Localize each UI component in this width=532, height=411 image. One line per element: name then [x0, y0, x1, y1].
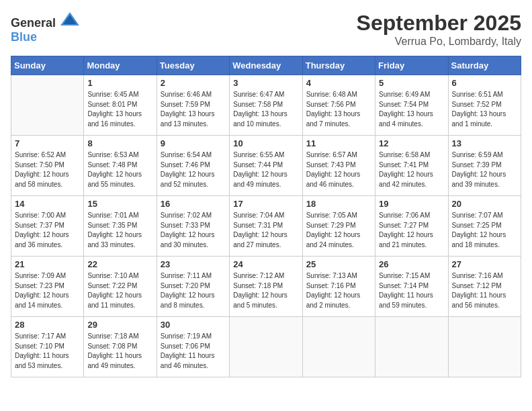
day-cell: 20Sunrise: 7:07 AMSunset: 7:25 PMDayligh…: [448, 196, 521, 257]
day-cell: 14Sunrise: 7:00 AMSunset: 7:37 PMDayligh…: [11, 196, 84, 257]
week-row-1: 1Sunrise: 6:45 AMSunset: 8:01 PMDaylight…: [11, 75, 521, 136]
day-cell: 12Sunrise: 6:58 AMSunset: 7:41 PMDayligh…: [375, 136, 448, 196]
day-cell: 21Sunrise: 7:09 AMSunset: 7:23 PMDayligh…: [11, 257, 84, 317]
day-cell: 29Sunrise: 7:18 AMSunset: 7:08 PMDayligh…: [84, 317, 157, 377]
day-number: 12: [379, 138, 444, 148]
day-info: Sunrise: 6:47 AMSunset: 7:58 PMDaylight:…: [233, 90, 298, 129]
weekday-header-monday: Monday: [84, 56, 157, 75]
day-number: 29: [87, 320, 152, 330]
week-row-2: 7Sunrise: 6:52 AMSunset: 7:50 PMDaylight…: [11, 136, 521, 196]
week-row-3: 14Sunrise: 7:00 AMSunset: 7:37 PMDayligh…: [11, 196, 521, 257]
day-cell: 16Sunrise: 7:02 AMSunset: 7:33 PMDayligh…: [157, 196, 229, 257]
day-info: Sunrise: 6:59 AMSunset: 7:39 PMDaylight:…: [452, 150, 517, 189]
day-info: Sunrise: 7:13 AMSunset: 7:16 PMDaylight:…: [306, 271, 371, 310]
day-info: Sunrise: 6:51 AMSunset: 7:52 PMDaylight:…: [452, 90, 517, 129]
title-block: September 2025 Verrua Po, Lombardy, Ital…: [357, 11, 521, 48]
logo-text: General Blue: [11, 11, 79, 44]
calendar-table: SundayMondayTuesdayWednesdayThursdayFrid…: [11, 56, 521, 377]
day-info: Sunrise: 7:09 AMSunset: 7:23 PMDaylight:…: [15, 271, 80, 310]
day-number: 17: [233, 199, 298, 209]
day-number: 4: [306, 78, 371, 88]
day-number: 2: [161, 78, 226, 88]
day-info: Sunrise: 6:57 AMSunset: 7:43 PMDaylight:…: [306, 150, 371, 189]
day-number: 26: [379, 259, 444, 269]
logo-blue: Blue: [11, 30, 37, 44]
day-cell: 26Sunrise: 7:15 AMSunset: 7:14 PMDayligh…: [375, 257, 448, 317]
day-number: 23: [161, 259, 226, 269]
day-number: 18: [306, 199, 371, 209]
day-cell: [375, 317, 448, 377]
day-cell: 15Sunrise: 7:01 AMSunset: 7:35 PMDayligh…: [84, 196, 157, 257]
weekday-header-sunday: Sunday: [11, 56, 84, 75]
day-cell: 30Sunrise: 7:19 AMSunset: 7:06 PMDayligh…: [157, 317, 229, 377]
day-info: Sunrise: 7:07 AMSunset: 7:25 PMDaylight:…: [452, 211, 517, 250]
week-row-5: 28Sunrise: 7:17 AMSunset: 7:10 PMDayligh…: [11, 317, 521, 377]
day-cell: 9Sunrise: 6:54 AMSunset: 7:46 PMDaylight…: [157, 136, 229, 196]
day-info: Sunrise: 6:46 AMSunset: 7:59 PMDaylight:…: [161, 90, 226, 129]
day-info: Sunrise: 7:16 AMSunset: 7:12 PMDaylight:…: [452, 271, 517, 310]
day-cell: 23Sunrise: 7:11 AMSunset: 7:20 PMDayligh…: [157, 257, 229, 317]
day-cell: 6Sunrise: 6:51 AMSunset: 7:52 PMDaylight…: [448, 75, 521, 136]
day-number: 20: [452, 199, 517, 209]
day-info: Sunrise: 7:10 AMSunset: 7:22 PMDaylight:…: [87, 271, 152, 310]
day-cell: 4Sunrise: 6:48 AMSunset: 7:56 PMDaylight…: [302, 75, 375, 136]
day-cell: 2Sunrise: 6:46 AMSunset: 7:59 PMDaylight…: [157, 75, 229, 136]
week-row-4: 21Sunrise: 7:09 AMSunset: 7:23 PMDayligh…: [11, 257, 521, 317]
logo-general: General: [11, 16, 56, 30]
day-number: 22: [87, 259, 152, 269]
day-number: 24: [233, 259, 298, 269]
day-number: 5: [379, 78, 444, 88]
day-info: Sunrise: 6:49 AMSunset: 7:54 PMDaylight:…: [379, 90, 444, 129]
day-info: Sunrise: 7:02 AMSunset: 7:33 PMDaylight:…: [161, 211, 226, 250]
day-number: 14: [15, 199, 80, 209]
logo-icon: [60, 11, 79, 27]
day-info: Sunrise: 7:18 AMSunset: 7:08 PMDaylight:…: [87, 332, 152, 371]
day-info: Sunrise: 6:45 AMSunset: 8:01 PMDaylight:…: [87, 90, 152, 129]
day-number: 27: [452, 259, 517, 269]
day-cell: [302, 317, 375, 377]
day-number: 7: [15, 138, 80, 148]
day-cell: 28Sunrise: 7:17 AMSunset: 7:10 PMDayligh…: [11, 317, 84, 377]
day-info: Sunrise: 6:54 AMSunset: 7:46 PMDaylight:…: [161, 150, 226, 189]
day-info: Sunrise: 6:48 AMSunset: 7:56 PMDaylight:…: [306, 90, 371, 129]
day-number: 11: [306, 138, 371, 148]
day-info: Sunrise: 7:05 AMSunset: 7:29 PMDaylight:…: [306, 211, 371, 250]
day-cell: 10Sunrise: 6:55 AMSunset: 7:44 PMDayligh…: [230, 136, 302, 196]
day-number: 8: [87, 138, 152, 148]
day-number: 1: [87, 78, 152, 88]
page-header: General Blue September 2025 Verrua Po, L…: [11, 11, 521, 48]
day-info: Sunrise: 7:04 AMSunset: 7:31 PMDaylight:…: [233, 211, 298, 250]
day-cell: 5Sunrise: 6:49 AMSunset: 7:54 PMDaylight…: [375, 75, 448, 136]
day-number: 13: [452, 138, 517, 148]
day-info: Sunrise: 7:17 AMSunset: 7:10 PMDaylight:…: [15, 332, 80, 371]
day-info: Sunrise: 6:58 AMSunset: 7:41 PMDaylight:…: [379, 150, 444, 189]
day-info: Sunrise: 7:01 AMSunset: 7:35 PMDaylight:…: [87, 211, 152, 250]
day-number: 25: [306, 259, 371, 269]
day-cell: 11Sunrise: 6:57 AMSunset: 7:43 PMDayligh…: [302, 136, 375, 196]
weekday-header-friday: Friday: [375, 56, 448, 75]
day-number: 6: [452, 78, 517, 88]
day-info: Sunrise: 6:53 AMSunset: 7:48 PMDaylight:…: [87, 150, 152, 189]
weekday-header-wednesday: Wednesday: [230, 56, 302, 75]
day-cell: 18Sunrise: 7:05 AMSunset: 7:29 PMDayligh…: [302, 196, 375, 257]
day-info: Sunrise: 7:06 AMSunset: 7:27 PMDaylight:…: [379, 211, 444, 250]
day-info: Sunrise: 7:12 AMSunset: 7:18 PMDaylight:…: [233, 271, 298, 310]
day-cell: 27Sunrise: 7:16 AMSunset: 7:12 PMDayligh…: [448, 257, 521, 317]
weekday-header-tuesday: Tuesday: [157, 56, 229, 75]
day-info: Sunrise: 6:52 AMSunset: 7:50 PMDaylight:…: [15, 150, 80, 189]
location-title: Verrua Po, Lombardy, Italy: [357, 36, 521, 48]
day-cell: 1Sunrise: 6:45 AMSunset: 8:01 PMDaylight…: [84, 75, 157, 136]
day-cell: 24Sunrise: 7:12 AMSunset: 7:18 PMDayligh…: [230, 257, 302, 317]
day-cell: 22Sunrise: 7:10 AMSunset: 7:22 PMDayligh…: [84, 257, 157, 317]
day-cell: 19Sunrise: 7:06 AMSunset: 7:27 PMDayligh…: [375, 196, 448, 257]
day-cell: 7Sunrise: 6:52 AMSunset: 7:50 PMDaylight…: [11, 136, 84, 196]
day-number: 28: [15, 320, 80, 330]
day-number: 9: [161, 138, 226, 148]
day-info: Sunrise: 7:00 AMSunset: 7:37 PMDaylight:…: [15, 211, 80, 250]
day-info: Sunrise: 7:11 AMSunset: 7:20 PMDaylight:…: [161, 271, 226, 310]
day-info: Sunrise: 7:15 AMSunset: 7:14 PMDaylight:…: [379, 271, 444, 310]
day-number: 21: [15, 259, 80, 269]
day-cell: 13Sunrise: 6:59 AMSunset: 7:39 PMDayligh…: [448, 136, 521, 196]
day-cell: [11, 75, 84, 136]
day-cell: 8Sunrise: 6:53 AMSunset: 7:48 PMDaylight…: [84, 136, 157, 196]
